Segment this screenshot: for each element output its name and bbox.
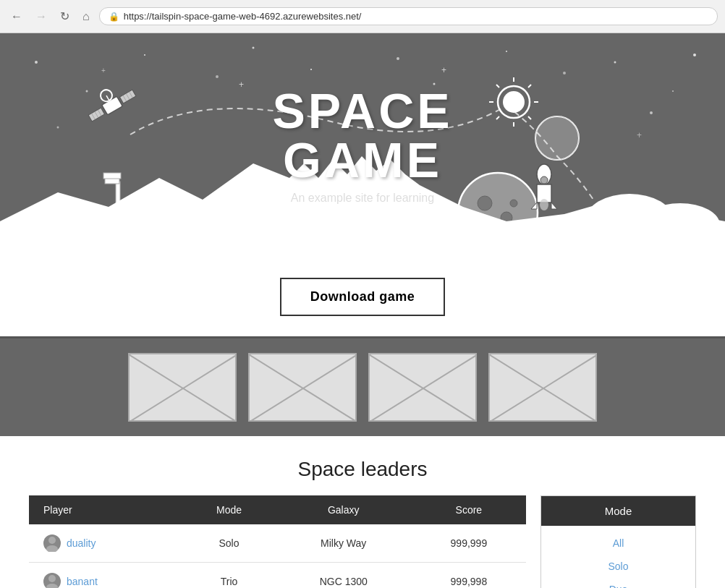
svg-line-38	[528, 85, 531, 88]
avatar	[43, 573, 61, 588]
leaderboard-body: dualitySoloMilky Way999,999banantTrioNGC…	[29, 524, 526, 588]
svg-point-69	[48, 575, 56, 582]
mode-filter-header: Mode	[541, 496, 695, 526]
filter-sidebar: Mode All Solo Duo Trio Galaxy	[540, 495, 696, 588]
svg-point-1	[86, 90, 88, 93]
svg-text:+: +	[637, 130, 642, 140]
leaders-section: Space leaders Player Mode Galaxy Score d…	[0, 436, 725, 588]
svg-point-0	[35, 61, 38, 64]
galaxy-cell: Milky Way	[276, 524, 412, 563]
forward-button[interactable]: →	[32, 9, 51, 25]
lock-icon: 🔒	[109, 12, 119, 22]
svg-point-8	[506, 51, 507, 52]
filter-duo[interactable]: Duo	[541, 578, 695, 588]
svg-point-12	[693, 54, 696, 56]
player-link[interactable]: duality	[67, 537, 96, 549]
satellite-icon	[82, 78, 137, 124]
url-text: https://tailspin-space-game-web-4692.azu…	[124, 11, 362, 22]
svg-point-15	[650, 111, 653, 114]
svg-text:+: +	[101, 67, 106, 74]
svg-point-5	[310, 69, 312, 70]
player-link[interactable]: banant	[67, 576, 98, 587]
hero-content: SPACE GAME An example site for learning	[272, 86, 452, 205]
svg-line-37	[496, 85, 499, 88]
col-player: Player	[29, 495, 182, 524]
hero-title: SPACE GAME	[272, 86, 452, 184]
svg-point-4	[253, 47, 255, 49]
player-cell: duality	[29, 524, 182, 563]
filter-all[interactable]: All	[541, 532, 695, 555]
svg-line-39	[496, 116, 499, 119]
col-galaxy: Galaxy	[276, 495, 412, 524]
filter-solo[interactable]: Solo	[541, 555, 695, 578]
table-row: dualitySoloMilky Way999,999	[29, 524, 526, 563]
svg-point-9	[563, 72, 566, 74]
svg-point-70	[46, 584, 58, 588]
mode-filter-body: All Solo Duo Trio	[541, 526, 695, 588]
table-header-row: Player Mode Galaxy Score	[29, 495, 526, 524]
media-image-1	[128, 353, 237, 422]
player-cell: banant	[29, 563, 182, 589]
download-section: Download game	[0, 257, 725, 338]
score-cell: 999,998	[412, 563, 526, 589]
svg-text:+: +	[441, 65, 446, 75]
content-area: Player Mode Galaxy Score dualitySoloMilk…	[14, 495, 711, 588]
svg-point-47	[510, 200, 517, 207]
svg-point-55	[540, 199, 548, 210]
mode-filter-box: Mode All Solo Duo Trio	[540, 495, 696, 588]
media-image-3	[368, 353, 477, 422]
svg-point-6	[397, 57, 399, 60]
media-image-4	[488, 353, 597, 422]
svg-point-67	[48, 537, 56, 544]
leaders-title: Space leaders	[14, 458, 711, 481]
table-row: banantTrioNGC 1300999,998	[29, 563, 526, 589]
address-bar[interactable]: 🔒 https://tailspin-space-game-web-4692.a…	[99, 7, 718, 25]
mode-cell: Solo	[182, 524, 275, 563]
leaderboard-table: Player Mode Galaxy Score dualitySoloMilk…	[29, 495, 526, 588]
svg-rect-64	[103, 173, 121, 179]
svg-point-32	[503, 91, 525, 113]
col-mode: Mode	[182, 495, 275, 524]
back-button[interactable]: ←	[7, 9, 26, 25]
avatar	[43, 534, 61, 552]
home-button[interactable]: ⌂	[79, 9, 93, 25]
svg-point-11	[672, 90, 674, 92]
svg-point-2	[144, 54, 145, 56]
download-button[interactable]: Download game	[280, 278, 446, 316]
refresh-button[interactable]: ↻	[56, 8, 73, 25]
col-score: Score	[412, 495, 526, 524]
browser-chrome: ← → ↻ ⌂ 🔒 https://tailspin-space-game-we…	[0, 0, 725, 33]
galaxy-cell: NGC 1300	[276, 563, 412, 589]
media-section	[0, 338, 725, 436]
svg-line-30	[106, 95, 109, 101]
leaderboard: Player Mode Galaxy Score dualitySoloMilk…	[29, 495, 526, 588]
mode-cell: Trio	[182, 563, 275, 589]
svg-line-40	[528, 116, 531, 119]
svg-point-10	[614, 61, 616, 64]
svg-text:+: +	[239, 80, 244, 90]
hero-subtitle: An example site for learning	[272, 192, 452, 205]
svg-point-54	[540, 176, 548, 184]
svg-point-3	[216, 75, 219, 78]
hero-section: + + + +	[0, 33, 725, 257]
svg-point-44	[478, 196, 492, 210]
score-cell: 999,999	[412, 524, 526, 563]
svg-rect-20	[102, 96, 123, 115]
svg-point-13	[57, 127, 59, 129]
svg-point-68	[46, 545, 58, 552]
svg-point-66	[640, 203, 720, 247]
svg-marker-53	[551, 203, 557, 209]
media-image-2	[248, 353, 357, 422]
